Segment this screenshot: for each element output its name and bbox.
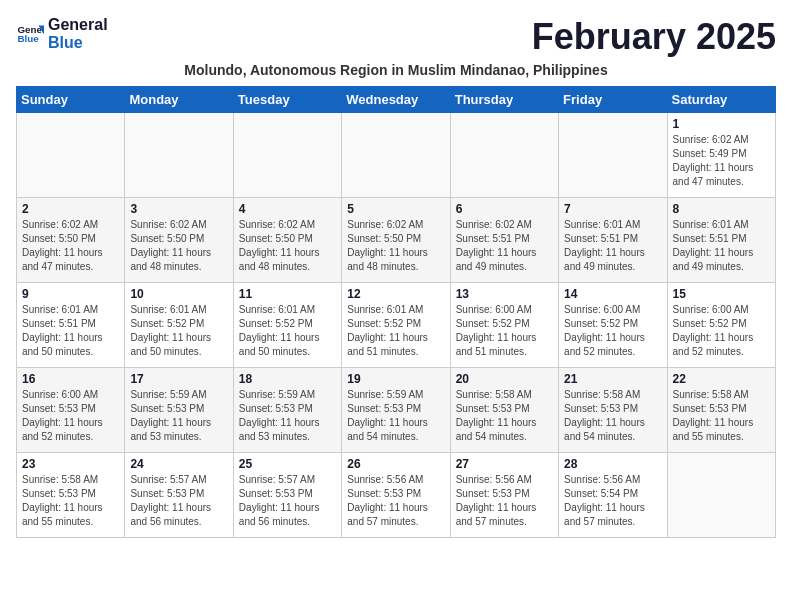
day-detail: Sunrise: 5:57 AM Sunset: 5:53 PM Dayligh… xyxy=(239,473,336,529)
calendar-week-row: 9Sunrise: 6:01 AM Sunset: 5:51 PM Daylig… xyxy=(17,283,776,368)
day-number: 26 xyxy=(347,457,444,471)
day-detail: Sunrise: 5:56 AM Sunset: 5:53 PM Dayligh… xyxy=(456,473,553,529)
calendar-cell xyxy=(450,113,558,198)
day-number: 5 xyxy=(347,202,444,216)
day-detail: Sunrise: 6:01 AM Sunset: 5:52 PM Dayligh… xyxy=(347,303,444,359)
calendar-cell: 11Sunrise: 6:01 AM Sunset: 5:52 PM Dayli… xyxy=(233,283,341,368)
subtitle: Molundo, Autonomous Region in Muslim Min… xyxy=(16,62,776,78)
calendar-cell: 7Sunrise: 6:01 AM Sunset: 5:51 PM Daylig… xyxy=(559,198,667,283)
day-number: 12 xyxy=(347,287,444,301)
calendar-cell: 24Sunrise: 5:57 AM Sunset: 5:53 PM Dayli… xyxy=(125,453,233,538)
day-detail: Sunrise: 5:56 AM Sunset: 5:54 PM Dayligh… xyxy=(564,473,661,529)
calendar-cell: 26Sunrise: 5:56 AM Sunset: 5:53 PM Dayli… xyxy=(342,453,450,538)
calendar-cell: 15Sunrise: 6:00 AM Sunset: 5:52 PM Dayli… xyxy=(667,283,775,368)
header: General Blue General Blue February 2025 xyxy=(16,16,776,58)
calendar-cell: 5Sunrise: 6:02 AM Sunset: 5:50 PM Daylig… xyxy=(342,198,450,283)
calendar-cell: 1Sunrise: 6:02 AM Sunset: 5:49 PM Daylig… xyxy=(667,113,775,198)
calendar-cell xyxy=(559,113,667,198)
day-number: 10 xyxy=(130,287,227,301)
logo: General Blue General Blue xyxy=(16,16,108,51)
day-number: 1 xyxy=(673,117,770,131)
calendar-cell: 12Sunrise: 6:01 AM Sunset: 5:52 PM Dayli… xyxy=(342,283,450,368)
calendar-cell xyxy=(667,453,775,538)
calendar-cell: 4Sunrise: 6:02 AM Sunset: 5:50 PM Daylig… xyxy=(233,198,341,283)
day-number: 2 xyxy=(22,202,119,216)
calendar-cell: 10Sunrise: 6:01 AM Sunset: 5:52 PM Dayli… xyxy=(125,283,233,368)
calendar-cell xyxy=(342,113,450,198)
calendar-cell: 28Sunrise: 5:56 AM Sunset: 5:54 PM Dayli… xyxy=(559,453,667,538)
month-year-title: February 2025 xyxy=(532,16,776,58)
day-detail: Sunrise: 6:02 AM Sunset: 5:50 PM Dayligh… xyxy=(239,218,336,274)
svg-text:Blue: Blue xyxy=(17,33,39,44)
calendar-cell: 22Sunrise: 5:58 AM Sunset: 5:53 PM Dayli… xyxy=(667,368,775,453)
calendar-cell: 6Sunrise: 6:02 AM Sunset: 5:51 PM Daylig… xyxy=(450,198,558,283)
calendar-week-row: 16Sunrise: 6:00 AM Sunset: 5:53 PM Dayli… xyxy=(17,368,776,453)
day-number: 20 xyxy=(456,372,553,386)
day-detail: Sunrise: 5:59 AM Sunset: 5:53 PM Dayligh… xyxy=(239,388,336,444)
calendar-week-row: 1Sunrise: 6:02 AM Sunset: 5:49 PM Daylig… xyxy=(17,113,776,198)
calendar-cell: 19Sunrise: 5:59 AM Sunset: 5:53 PM Dayli… xyxy=(342,368,450,453)
day-detail: Sunrise: 6:02 AM Sunset: 5:50 PM Dayligh… xyxy=(130,218,227,274)
day-detail: Sunrise: 6:02 AM Sunset: 5:50 PM Dayligh… xyxy=(347,218,444,274)
day-of-week-header: Wednesday xyxy=(342,87,450,113)
day-number: 17 xyxy=(130,372,227,386)
day-number: 25 xyxy=(239,457,336,471)
day-number: 24 xyxy=(130,457,227,471)
calendar-cell xyxy=(17,113,125,198)
calendar-cell: 21Sunrise: 5:58 AM Sunset: 5:53 PM Dayli… xyxy=(559,368,667,453)
calendar-week-row: 23Sunrise: 5:58 AM Sunset: 5:53 PM Dayli… xyxy=(17,453,776,538)
calendar-cell: 9Sunrise: 6:01 AM Sunset: 5:51 PM Daylig… xyxy=(17,283,125,368)
day-detail: Sunrise: 6:00 AM Sunset: 5:52 PM Dayligh… xyxy=(456,303,553,359)
calendar-cell: 16Sunrise: 6:00 AM Sunset: 5:53 PM Dayli… xyxy=(17,368,125,453)
calendar-cell: 20Sunrise: 5:58 AM Sunset: 5:53 PM Dayli… xyxy=(450,368,558,453)
day-detail: Sunrise: 6:02 AM Sunset: 5:50 PM Dayligh… xyxy=(22,218,119,274)
calendar-cell xyxy=(125,113,233,198)
day-detail: Sunrise: 6:02 AM Sunset: 5:49 PM Dayligh… xyxy=(673,133,770,189)
day-number: 21 xyxy=(564,372,661,386)
calendar-cell: 27Sunrise: 5:56 AM Sunset: 5:53 PM Dayli… xyxy=(450,453,558,538)
day-number: 4 xyxy=(239,202,336,216)
day-number: 18 xyxy=(239,372,336,386)
day-detail: Sunrise: 6:01 AM Sunset: 5:52 PM Dayligh… xyxy=(239,303,336,359)
day-number: 16 xyxy=(22,372,119,386)
day-detail: Sunrise: 5:58 AM Sunset: 5:53 PM Dayligh… xyxy=(22,473,119,529)
day-number: 13 xyxy=(456,287,553,301)
day-number: 3 xyxy=(130,202,227,216)
day-detail: Sunrise: 5:56 AM Sunset: 5:53 PM Dayligh… xyxy=(347,473,444,529)
calendar-cell: 25Sunrise: 5:57 AM Sunset: 5:53 PM Dayli… xyxy=(233,453,341,538)
day-detail: Sunrise: 5:58 AM Sunset: 5:53 PM Dayligh… xyxy=(564,388,661,444)
calendar-week-row: 2Sunrise: 6:02 AM Sunset: 5:50 PM Daylig… xyxy=(17,198,776,283)
day-detail: Sunrise: 6:00 AM Sunset: 5:52 PM Dayligh… xyxy=(673,303,770,359)
logo-line2: Blue xyxy=(48,34,108,52)
calendar-body: 1Sunrise: 6:02 AM Sunset: 5:49 PM Daylig… xyxy=(17,113,776,538)
day-detail: Sunrise: 6:01 AM Sunset: 5:52 PM Dayligh… xyxy=(130,303,227,359)
day-detail: Sunrise: 5:57 AM Sunset: 5:53 PM Dayligh… xyxy=(130,473,227,529)
calendar-cell: 13Sunrise: 6:00 AM Sunset: 5:52 PM Dayli… xyxy=(450,283,558,368)
day-detail: Sunrise: 5:59 AM Sunset: 5:53 PM Dayligh… xyxy=(130,388,227,444)
day-number: 27 xyxy=(456,457,553,471)
day-number: 19 xyxy=(347,372,444,386)
day-number: 28 xyxy=(564,457,661,471)
day-number: 23 xyxy=(22,457,119,471)
day-number: 22 xyxy=(673,372,770,386)
day-of-week-header: Tuesday xyxy=(233,87,341,113)
calendar-cell xyxy=(233,113,341,198)
day-of-week-header: Monday xyxy=(125,87,233,113)
day-detail: Sunrise: 6:00 AM Sunset: 5:53 PM Dayligh… xyxy=(22,388,119,444)
day-number: 15 xyxy=(673,287,770,301)
day-detail: Sunrise: 6:01 AM Sunset: 5:51 PM Dayligh… xyxy=(564,218,661,274)
day-of-week-header: Friday xyxy=(559,87,667,113)
day-number: 9 xyxy=(22,287,119,301)
day-detail: Sunrise: 6:00 AM Sunset: 5:52 PM Dayligh… xyxy=(564,303,661,359)
day-number: 14 xyxy=(564,287,661,301)
day-detail: Sunrise: 6:01 AM Sunset: 5:51 PM Dayligh… xyxy=(673,218,770,274)
calendar-header-row: SundayMondayTuesdayWednesdayThursdayFrid… xyxy=(17,87,776,113)
calendar-cell: 18Sunrise: 5:59 AM Sunset: 5:53 PM Dayli… xyxy=(233,368,341,453)
day-detail: Sunrise: 6:02 AM Sunset: 5:51 PM Dayligh… xyxy=(456,218,553,274)
calendar-cell: 17Sunrise: 5:59 AM Sunset: 5:53 PM Dayli… xyxy=(125,368,233,453)
calendar-cell: 14Sunrise: 6:00 AM Sunset: 5:52 PM Dayli… xyxy=(559,283,667,368)
calendar-cell: 3Sunrise: 6:02 AM Sunset: 5:50 PM Daylig… xyxy=(125,198,233,283)
day-of-week-header: Sunday xyxy=(17,87,125,113)
day-detail: Sunrise: 5:59 AM Sunset: 5:53 PM Dayligh… xyxy=(347,388,444,444)
calendar-table: SundayMondayTuesdayWednesdayThursdayFrid… xyxy=(16,86,776,538)
